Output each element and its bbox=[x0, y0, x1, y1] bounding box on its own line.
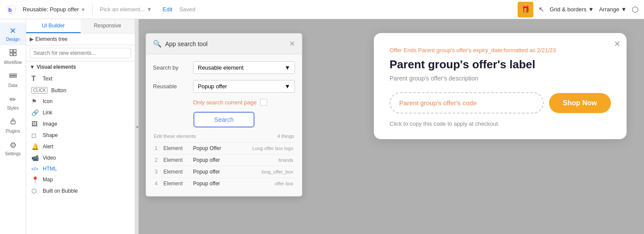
arrange-dropdown[interactable]: Arrange ▼ bbox=[599, 6, 627, 13]
search-by-row: Search by Reusable element ▼ bbox=[153, 61, 295, 74]
pick-element-dropdown[interactable]: Pick an element... ▼ bbox=[100, 6, 152, 13]
sidebar-item-plugins[interactable]: Plugins bbox=[0, 114, 26, 137]
element-built-on-bubble[interactable]: ⬡ Built on Bubble bbox=[26, 185, 135, 197]
modal-header: 🔍 App search tool ✕ bbox=[146, 33, 302, 54]
collapse-arrow-icon: ▼ bbox=[30, 64, 35, 70]
app-name-arrow: ▼ bbox=[81, 7, 85, 12]
svg-rect-6 bbox=[10, 74, 17, 75]
result-row[interactable]: 1 Element Popup Offer Long offer box log… bbox=[153, 142, 295, 154]
element-link[interactable]: 🔗 Link bbox=[26, 107, 135, 118]
text-element-label: Text bbox=[43, 76, 52, 82]
main-layout: ✕ Design Workflow Data ✏ Styles Plugins bbox=[0, 19, 644, 234]
offer-copy-hint: Click to copy this code to apply at chec… bbox=[390, 120, 611, 127]
search-by-value: Reusable element bbox=[198, 64, 244, 71]
topbar-divider bbox=[92, 4, 93, 15]
element-shape[interactable]: ◻ Shape bbox=[26, 130, 135, 141]
logo: b bbox=[5, 3, 17, 16]
element-search-input[interactable] bbox=[30, 48, 131, 58]
result-num: 1 bbox=[155, 145, 160, 151]
workflow-label: Workflow bbox=[4, 60, 22, 65]
element-alert[interactable]: 🔔 Alert bbox=[26, 141, 135, 152]
element-icon[interactable]: ⚑ Icon bbox=[26, 96, 135, 107]
topbar-right: 🎁 ↖ Grid & borders ▼ Arrange ▼ ⬡ bbox=[518, 2, 639, 17]
html-element-icon: </> bbox=[31, 166, 39, 171]
data-label: Data bbox=[8, 83, 17, 88]
result-name: Popup Offer bbox=[193, 145, 249, 151]
result-row[interactable]: 4 Element Popup offer offer box bbox=[153, 177, 295, 189]
offer-code-box[interactable]: Parent group's offer's code bbox=[390, 92, 544, 114]
pick-element-label: Pick an element... bbox=[100, 6, 145, 13]
gift-icon[interactable]: 🎁 bbox=[518, 2, 533, 17]
visual-elements-section: ▼ Visual elements bbox=[26, 61, 135, 73]
modal-search-icon: 🔍 bbox=[153, 40, 162, 48]
map-element-label: Map bbox=[43, 177, 53, 183]
arrange-arrow-icon: ▼ bbox=[621, 6, 627, 13]
shape-element-icon: ◻ bbox=[31, 132, 39, 139]
shape-element-label: Shape bbox=[43, 132, 58, 138]
element-video[interactable]: 📹 Video bbox=[26, 152, 135, 164]
offer-description: Parent group's offer's description bbox=[390, 75, 611, 82]
grid-borders-label: Grid & borders bbox=[549, 6, 586, 13]
modal-search-button[interactable]: Search bbox=[193, 112, 254, 127]
saved-label: Saved bbox=[180, 6, 196, 13]
reusable-value: Popup offer bbox=[198, 83, 227, 90]
sidebar-item-design[interactable]: ✕ Design bbox=[0, 23, 26, 45]
cursor-icon[interactable]: ↖ bbox=[539, 5, 544, 13]
design-icon: ✕ bbox=[10, 26, 16, 36]
settings-label: Settings bbox=[5, 151, 20, 156]
tree-label: Elements tree bbox=[35, 36, 68, 42]
element-html[interactable]: </> HTML bbox=[26, 164, 135, 174]
tab-ui-builder[interactable]: UI Builder bbox=[26, 19, 81, 33]
results-edit-label: Edit these elements bbox=[154, 134, 196, 139]
result-type: Element bbox=[163, 169, 190, 175]
icon-sidebar: ✕ Design Workflow Data ✏ Styles Plugins bbox=[0, 19, 26, 234]
search-by-arrow-icon: ▼ bbox=[285, 64, 290, 71]
result-row[interactable]: 3 Element Popup offer long_offer_box bbox=[153, 166, 295, 177]
elements-tree-toggle[interactable]: ▶ Elements tree bbox=[26, 33, 135, 45]
styles-icon: ✏ bbox=[10, 95, 16, 104]
app-name-label: Reusable: Popup offer bbox=[23, 6, 79, 13]
svg-rect-8 bbox=[11, 121, 15, 124]
arrange-label: Arrange bbox=[599, 6, 619, 13]
modal-title: App search tool bbox=[165, 40, 286, 47]
sidebar-item-styles[interactable]: ✏ Styles bbox=[0, 91, 26, 114]
resize-handle[interactable] bbox=[135, 19, 139, 234]
result-tag: long_offer_box bbox=[261, 169, 293, 174]
result-num: 4 bbox=[155, 181, 160, 187]
sidebar-item-data[interactable]: Data bbox=[0, 68, 26, 91]
svg-rect-2 bbox=[10, 50, 13, 52]
alert-element-icon: 🔔 bbox=[31, 143, 39, 150]
results-header: Edit these elements 4 things bbox=[153, 134, 295, 139]
only-current-page-checkbox[interactable] bbox=[260, 99, 267, 106]
map-element-icon: 📍 bbox=[31, 176, 39, 183]
tab-responsive[interactable]: Responsive bbox=[81, 19, 135, 33]
svg-rect-5 bbox=[14, 53, 16, 56]
result-tag: brands bbox=[278, 157, 293, 163]
element-image[interactable]: 🖼 Image bbox=[26, 118, 135, 130]
element-button[interactable]: CLICK Button bbox=[26, 85, 135, 96]
workflow-icon bbox=[9, 49, 17, 59]
element-text[interactable]: T Text bbox=[26, 73, 135, 85]
only-current-page-row: Only search current page bbox=[193, 99, 295, 106]
image-element-label: Image bbox=[43, 121, 57, 127]
shop-now-button[interactable]: Shop Now bbox=[549, 93, 611, 113]
data-icon bbox=[9, 72, 17, 82]
result-row[interactable]: 2 Element Popup offer brands bbox=[153, 154, 295, 166]
edit-mode-label: Edit bbox=[163, 6, 172, 13]
modal-close-button[interactable]: ✕ bbox=[289, 40, 295, 48]
reusable-select[interactable]: Popup offer ▼ bbox=[193, 80, 295, 93]
design-label: Design bbox=[6, 37, 20, 42]
popup-close-button[interactable]: ✕ bbox=[614, 39, 620, 49]
grid-borders-dropdown[interactable]: Grid & borders ▼ bbox=[549, 6, 593, 13]
search-by-select[interactable]: Reusable element ▼ bbox=[193, 61, 295, 74]
sidebar-item-settings[interactable]: ⚙ Settings bbox=[0, 137, 26, 160]
sidebar-item-workflow[interactable]: Workflow bbox=[0, 45, 26, 68]
visual-elements-label: Visual elements bbox=[37, 64, 76, 70]
left-panel-tabs: UI Builder Responsive bbox=[26, 19, 135, 33]
offer-label: Parent group's offer's label bbox=[390, 58, 611, 71]
app-name[interactable]: Reusable: Popup offer ▼ bbox=[23, 6, 85, 13]
results-count: 4 things bbox=[277, 134, 294, 139]
built-on-bubble-icon: ⬡ bbox=[31, 187, 39, 194]
element-map[interactable]: 📍 Map bbox=[26, 174, 135, 185]
result-tag: Long offer box logo bbox=[252, 146, 293, 151]
